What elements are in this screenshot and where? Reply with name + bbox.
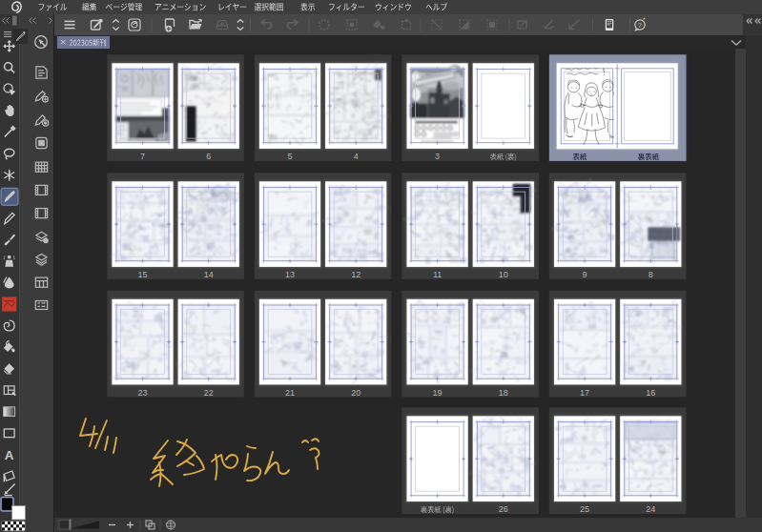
svg-text:A: A	[5, 448, 14, 462]
svg-text:10: 10	[499, 270, 508, 279]
svg-text:4: 4	[354, 152, 359, 161]
svg-text:3: 3	[435, 152, 440, 161]
svg-text:13: 13	[285, 270, 295, 279]
svg-text:5: 5	[287, 152, 292, 161]
svg-text:?: ?	[637, 21, 642, 30]
svg-text:17: 17	[580, 388, 589, 398]
svg-text:11: 11	[433, 270, 442, 279]
svg-text:23: 23	[137, 388, 147, 398]
svg-text:19: 19	[433, 388, 443, 398]
svg-text:7: 7	[140, 152, 145, 161]
svg-text:15: 15	[137, 270, 147, 279]
svg-text:14: 14	[204, 270, 214, 279]
svg-text:8: 8	[649, 270, 653, 279]
svg-text:18: 18	[499, 388, 508, 398]
svg-text:20: 20	[351, 388, 360, 398]
svg-text:26: 26	[499, 504, 508, 514]
svg-text:24: 24	[646, 504, 655, 514]
svg-text:22: 22	[204, 388, 214, 398]
svg-text:21: 21	[285, 388, 295, 398]
svg-text:12: 12	[351, 270, 360, 279]
svg-text:25: 25	[580, 504, 589, 514]
svg-text:6: 6	[206, 152, 211, 161]
svg-text:9: 9	[583, 270, 587, 279]
svg-text:16: 16	[646, 388, 655, 398]
